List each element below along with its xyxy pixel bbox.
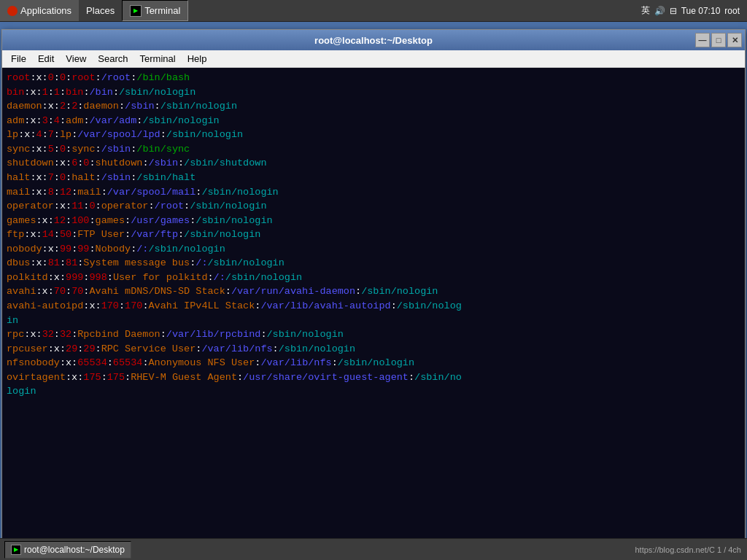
user-label: root — [724, 6, 740, 16]
line-3: daemon:x:2:2:daemon:/sbin:/sbin/nologin — [7, 99, 740, 114]
line-18: rpc:x:32:32:Rpcbind Daemon:/var/lib/rpcb… — [7, 327, 740, 342]
close-button[interactable]: ✕ — [727, 33, 742, 47]
bottom-left: ▶ root@localhost:~/Desktop — [0, 541, 131, 559]
window-titlebar: root@localhost:~/Desktop — □ ✕ — [2, 30, 745, 50]
volume-icon[interactable]: 🔊 — [654, 6, 665, 16]
line-9: mail:x:8:12:mail:/var/spool/mail:/sbin/n… — [7, 185, 740, 200]
bottom-url: https://blog.csdn.net/C — [635, 545, 714, 554]
line-17: avahi-autoipd:x:170:170:Avahi IPv4LL Sta… — [7, 299, 740, 314]
line-2: bin:x:1:1:bin:/bin:/sbin/nologin — [7, 85, 740, 100]
places-label: Places — [86, 5, 115, 16]
menu-file[interactable]: File — [5, 52, 32, 66]
line-10: operator:x:11:0:operator:/root:/sbin/nol… — [7, 199, 740, 214]
bottom-taskbar: ▶ root@localhost:~/Desktop https://blog.… — [0, 538, 747, 560]
clock: Tue 07:10 — [681, 6, 721, 16]
line-4: adm:x:3:4:adm:/var/adm:/sbin/nologin — [7, 114, 740, 128]
line-11: games:x:12:100:games:/usr/games:/sbin/no… — [7, 214, 740, 228]
line-12: ftp:x:14:50:FTP User:/var/ftp:/sbin/nolo… — [7, 228, 740, 242]
terminal-window: root@localhost:~/Desktop — □ ✕ File Edit… — [1, 29, 746, 560]
menu-edit[interactable]: Edit — [32, 52, 60, 66]
line-8: halt:x:7:0:halt:/sbin:/sbin/halt — [7, 171, 740, 185]
line-16: avahi:x:70:70:Avahi mDNS/DNS-SD Stack:/v… — [7, 284, 740, 299]
line-15: polkitd:x:999:998:User for polkitd:/:/sb… — [7, 271, 740, 285]
line-19: rpcuser:x:29:29:RPC Service User:/var/li… — [7, 342, 740, 357]
line-20: nfsnobody:x:65534:65534:Anonymous NFS Us… — [7, 356, 740, 370]
maximize-button[interactable]: □ — [711, 33, 726, 47]
top-taskbar: Applications Places ▶ Terminal 英 🔊 ⊟ Tue… — [0, 0, 747, 22]
line-7: shutdown:x:6:0:shutdown:/sbin:/sbin/shut… — [7, 156, 740, 171]
window-controls: — □ ✕ — [695, 33, 742, 47]
line-17b: in — [7, 314, 740, 328]
menu-terminal[interactable]: Terminal — [134, 52, 182, 66]
minimize-button[interactable]: — — [695, 33, 710, 47]
system-tray: 英 🔊 ⊟ Tue 07:10 root — [634, 4, 747, 17]
line-5: lp:x:4:7:lp:/var/spool/lpd:/sbin/nologin — [7, 128, 740, 142]
network-icon[interactable]: ⊟ — [670, 6, 677, 16]
window-title: root@localhost:~/Desktop — [314, 35, 433, 46]
terminal-icon: ▶ — [130, 5, 142, 17]
terminal-taskbutton[interactable]: ▶ Terminal — [122, 0, 188, 21]
menu-bar: File Edit View Search Terminal Help — [2, 50, 745, 68]
bottom-right: https://blog.csdn.net/C 1 / 4ch — [635, 545, 747, 554]
applications-menu[interactable]: Applications — [0, 0, 79, 21]
bottom-terminal-task[interactable]: ▶ root@localhost:~/Desktop — [4, 541, 131, 559]
line-13: nobody:x:99:99:Nobody:/:/sbin/nologin — [7, 242, 740, 257]
terminal-output[interactable]: root:x:0:0:root:/root:/bin/bash bin:x:1:… — [2, 68, 745, 549]
apps-icon — [7, 6, 18, 16]
line-14: dbus:x:81:81:System message bus:/:/sbin/… — [7, 256, 740, 271]
bottom-page: 1 / 4ch — [717, 545, 741, 554]
places-menu[interactable]: Places — [79, 0, 122, 21]
line-21: ovirtagent:x:175:175:RHEV-M Guest Agent:… — [7, 370, 740, 385]
terminal-task-icon: ▶ — [11, 545, 21, 555]
menu-help[interactable]: Help — [182, 52, 213, 66]
terminal-btn-label: Terminal — [144, 5, 180, 16]
menu-search[interactable]: Search — [92, 52, 133, 66]
lang-indicator[interactable]: 英 — [641, 4, 650, 17]
applications-label: Applications — [20, 5, 71, 16]
menu-view[interactable]: View — [60, 52, 92, 66]
line-6: sync:x:5:0:sync:/sbin:/bin/sync — [7, 142, 740, 157]
bottom-task-label: root@localhost:~/Desktop — [24, 545, 125, 555]
line-1: root:x:0:0:root:/root:/bin/bash — [7, 71, 740, 85]
line-21b: login — [7, 384, 740, 399]
